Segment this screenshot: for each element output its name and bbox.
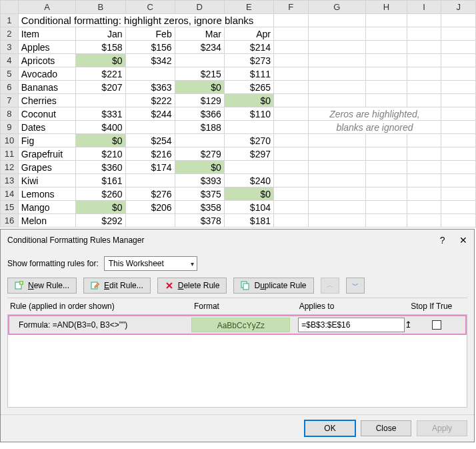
rule-row[interactable]: Formula: =AND(B3=0, B3<>"") AaBbCcYyZz ↥ <box>8 315 467 335</box>
cell[interactable]: $156 <box>125 41 175 54</box>
col-header[interactable]: C <box>125 1 175 14</box>
applies-to-input[interactable]: ↥ <box>298 318 405 332</box>
cell[interactable]: $393 <box>175 174 224 187</box>
cell[interactable]: $400 <box>76 121 125 134</box>
cell[interactable]: $0 <box>175 81 224 94</box>
cell[interactable]: $260 <box>76 187 125 201</box>
cell[interactable] <box>125 121 175 134</box>
col-header[interactable]: F <box>274 1 309 14</box>
header-mar[interactable]: Mar <box>175 27 224 41</box>
cell[interactable] <box>125 174 175 187</box>
cell[interactable]: $0 <box>224 187 273 201</box>
cell-item[interactable]: Avocado <box>18 67 76 81</box>
cell[interactable]: $240 <box>224 174 273 187</box>
row-header[interactable]: 1 <box>1 14 19 27</box>
cell-item[interactable]: Melon <box>18 214 76 228</box>
row-header[interactable]: 12 <box>1 161 19 174</box>
row-header[interactable]: 10 <box>1 134 19 147</box>
cell[interactable]: $375 <box>175 187 224 201</box>
cell[interactable]: $279 <box>175 147 224 161</box>
cell[interactable]: $265 <box>224 81 273 94</box>
cell[interactable]: $0 <box>224 94 273 107</box>
new-rule-button[interactable]: New Rule... <box>7 278 77 294</box>
edit-rule-button[interactable]: Edit Rule... <box>83 278 151 294</box>
cell[interactable]: $358 <box>175 201 224 214</box>
cell[interactable]: $174 <box>125 161 175 174</box>
cell[interactable]: $244 <box>125 107 175 121</box>
scope-select[interactable]: This Worksheet ▾ <box>104 256 197 271</box>
close-icon[interactable]: ✕ <box>459 235 467 246</box>
cell-item[interactable]: Grapes <box>18 161 76 174</box>
apply-button[interactable]: Apply <box>417 420 467 436</box>
cell-item[interactable]: Cherries <box>18 94 76 107</box>
cell[interactable]: $234 <box>175 41 224 54</box>
col-header[interactable]: H <box>366 1 407 14</box>
cell[interactable]: $129 <box>175 94 224 107</box>
row-header[interactable]: 4 <box>1 54 19 67</box>
header-feb[interactable]: Feb <box>125 27 175 41</box>
cell[interactable]: $360 <box>76 161 125 174</box>
row-header[interactable]: 9 <box>1 121 19 134</box>
cell[interactable]: $216 <box>125 147 175 161</box>
cell-item[interactable]: Apricots <box>18 54 76 67</box>
cell[interactable]: $273 <box>224 54 273 67</box>
column-header-row[interactable]: A B C D E F G H I J <box>1 1 476 14</box>
cell-item[interactable]: Kiwi <box>18 174 76 187</box>
cell[interactable]: $222 <box>125 94 175 107</box>
cell[interactable]: $110 <box>224 107 273 121</box>
cell[interactable]: $366 <box>175 107 224 121</box>
row-header[interactable]: 5 <box>1 67 19 81</box>
cell-item[interactable]: Mango <box>18 201 76 214</box>
cell[interactable]: $276 <box>125 187 175 201</box>
col-header[interactable]: I <box>407 1 441 14</box>
cell[interactable]: $158 <box>76 41 125 54</box>
sheet-title[interactable]: Conditional formatting: highlight zeros,… <box>18 14 273 27</box>
cell[interactable]: $363 <box>125 81 175 94</box>
col-header[interactable]: B <box>76 1 125 14</box>
cell[interactable]: $104 <box>224 201 273 214</box>
cell[interactable]: $210 <box>76 147 125 161</box>
row-header[interactable]: 11 <box>1 147 19 161</box>
col-header[interactable]: J <box>441 1 476 14</box>
cell[interactable]: $215 <box>175 67 224 81</box>
cell-item[interactable]: Bananas <box>18 81 76 94</box>
cell[interactable]: $188 <box>175 121 224 134</box>
cell[interactable]: $161 <box>76 174 125 187</box>
cell[interactable]: $111 <box>224 67 273 81</box>
move-down-button[interactable]: ﹀ <box>346 278 365 294</box>
cell[interactable] <box>224 121 273 134</box>
cell-item[interactable]: Fig <box>18 134 76 147</box>
row-header[interactable]: 7 <box>1 94 19 107</box>
cell[interactable]: $0 <box>76 134 125 147</box>
cell[interactable] <box>224 161 273 174</box>
cell[interactable] <box>175 54 224 67</box>
cell[interactable]: $214 <box>224 41 273 54</box>
cell-item[interactable]: Lemons <box>18 187 76 201</box>
delete-rule-button[interactable]: Delete Rule <box>157 278 227 294</box>
cell-item[interactable]: Coconut <box>18 107 76 121</box>
cell[interactable]: $207 <box>76 81 125 94</box>
cell[interactable]: $0 <box>76 54 125 67</box>
header-item[interactable]: Item <box>18 27 76 41</box>
cell[interactable]: $292 <box>76 214 125 228</box>
col-header[interactable]: D <box>175 1 224 14</box>
spreadsheet-grid[interactable]: A B C D E F G H I J 1Conditional formatt… <box>0 0 476 228</box>
cell[interactable] <box>125 67 175 81</box>
cell[interactable]: $221 <box>76 67 125 81</box>
row-header[interactable]: 8 <box>1 107 19 121</box>
cell[interactable]: $181 <box>224 214 273 228</box>
cell[interactable]: $331 <box>76 107 125 121</box>
select-all-corner[interactable] <box>1 1 19 14</box>
cell[interactable] <box>76 94 125 107</box>
stop-if-true-checkbox[interactable] <box>432 320 441 330</box>
cell[interactable]: $206 <box>125 201 175 214</box>
cell-item[interactable]: Grapefruit <box>18 147 76 161</box>
cell[interactable]: $0 <box>175 161 224 174</box>
row-header[interactable]: 14 <box>1 187 19 201</box>
cell-item[interactable]: Apples <box>18 41 76 54</box>
cell[interactable]: $270 <box>224 134 273 147</box>
row-header[interactable]: 15 <box>1 201 19 214</box>
row-header[interactable]: 6 <box>1 81 19 94</box>
row-header[interactable]: 2 <box>1 27 19 41</box>
help-icon[interactable]: ? <box>440 235 445 246</box>
